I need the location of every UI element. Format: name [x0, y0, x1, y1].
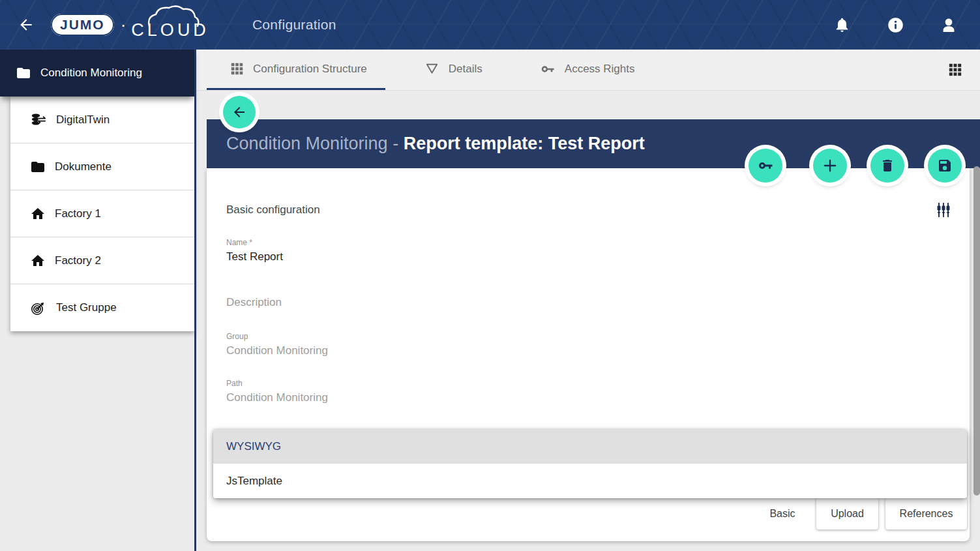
tab-access-rights[interactable]: Access Rights [516, 50, 653, 90]
path-field-label: Path [226, 379, 950, 388]
sidebar-item-list: DigitalTwin Dokumente Factory 1 Factory … [10, 97, 194, 331]
logo-separator: · [121, 15, 126, 35]
key-icon [540, 61, 556, 77]
path-field: Path [226, 379, 950, 411]
add-button[interactable] [813, 149, 847, 183]
sidebar-header-condition-monitoring[interactable]: Condition Monitoring [0, 50, 194, 97]
panel-title-bar: Condition Monitoring - Report template: … [207, 119, 980, 168]
folder-icon [16, 65, 31, 81]
main-tab-bar: Configuration Structure Details Access R… [196, 50, 980, 91]
jumo-cloud-logo[interactable]: JUMO · CLOUD [51, 7, 209, 43]
footer-button-label: Basic [769, 508, 795, 520]
home-icon [30, 206, 46, 222]
path-input [226, 391, 950, 411]
group-field: Group [226, 332, 950, 364]
section-title: Basic configuration [226, 203, 320, 216]
jumo-logo-text: JUMO [60, 17, 105, 33]
topbar-actions [833, 16, 980, 34]
sidebar-item-factory-2[interactable]: Factory 2 [10, 237, 194, 284]
sidebar-item-label: Test Gruppe [56, 301, 117, 314]
dropdown-option-wysiwyg[interactable]: WYSIWYG [213, 429, 967, 464]
group-input [226, 344, 950, 364]
sidebar-item-label: Factory 1 [55, 207, 101, 220]
digital-twin-icon [30, 112, 47, 128]
dropdown-option-label: WYSIWYG [226, 440, 281, 453]
sidebar-item-test-gruppe[interactable]: Test Gruppe [10, 284, 194, 331]
back-arrow-icon[interactable] [16, 14, 37, 35]
funnel-icon [424, 61, 439, 76]
sidebar-item-dokumente[interactable]: Dokumente [10, 143, 194, 190]
tab-label: Configuration Structure [253, 63, 367, 76]
account-icon[interactable] [940, 16, 958, 34]
advanced-settings-button[interactable] [934, 201, 953, 219]
template-type-dropdown: WYSIWYG JsTemplate [213, 429, 967, 498]
plus-icon [821, 156, 839, 175]
sidebar-item-label: Dokumente [55, 160, 111, 173]
description-input[interactable] [226, 296, 950, 316]
vertical-scrollbar[interactable] [973, 166, 980, 496]
references-section-button[interactable]: References [885, 498, 967, 529]
upload-section-button[interactable]: Upload [816, 498, 878, 529]
panel-title-prefix: Condition Monitoring - [226, 134, 404, 154]
top-app-bar: JUMO · CLOUD Configuration [0, 0, 980, 50]
name-field: Name * [226, 238, 950, 270]
back-arrow-icon [231, 104, 247, 120]
grid-icon [230, 62, 244, 76]
page-title: Configuration [252, 17, 336, 33]
grid-icon [948, 63, 962, 77]
delete-button[interactable] [870, 149, 904, 183]
sidebar-item-label: Factory 2 [55, 254, 101, 267]
description-field [226, 296, 950, 316]
layout-grid-button[interactable] [946, 61, 964, 79]
panel-title-main: Report template: Test Report [404, 134, 645, 154]
notifications-bell-icon[interactable] [833, 16, 851, 34]
jumo-logo-pill: JUMO [51, 14, 114, 36]
access-key-button[interactable] [749, 149, 782, 183]
footer-button-label: Upload [831, 508, 864, 520]
trash-icon [880, 158, 895, 173]
tab-details[interactable]: Details [401, 50, 501, 90]
sidebar-item-label: DigitalTwin [56, 113, 110, 127]
name-field-label: Name * [226, 238, 950, 247]
folder-icon [30, 159, 46, 175]
sidebar-header-label: Condition Monitoring [40, 67, 142, 80]
sidebar-item-digitaltwin[interactable]: DigitalTwin [10, 97, 194, 143]
group-field-label: Group [226, 332, 950, 341]
app-root: JUMO · CLOUD Configuration [0, 0, 980, 551]
tab-configuration-structure[interactable]: Configuration Structure [207, 50, 385, 90]
tab-label: Access Rights [565, 63, 635, 76]
basic-section-button[interactable]: Basic [755, 498, 810, 529]
save-button[interactable] [928, 149, 962, 183]
panel-back-button[interactable] [223, 96, 256, 128]
sidebar-item-factory-1[interactable]: Factory 1 [10, 190, 194, 237]
home-icon [30, 253, 46, 269]
target-icon [30, 299, 47, 316]
dropdown-option-label: JsTemplate [226, 475, 282, 488]
tab-label: Details [449, 63, 483, 76]
footer-button-label: References [900, 508, 953, 520]
sliders-icon [934, 201, 953, 219]
sidebar-main-divider [194, 50, 196, 551]
key-icon [757, 157, 774, 174]
cloud-logo: CLOUD [131, 7, 209, 43]
dropdown-option-jstemplate[interactable]: JsTemplate [213, 464, 967, 498]
name-input[interactable] [226, 250, 950, 270]
floppy-disk-icon [937, 158, 953, 173]
cloud-outline-icon [145, 5, 211, 27]
info-icon[interactable] [886, 16, 904, 34]
